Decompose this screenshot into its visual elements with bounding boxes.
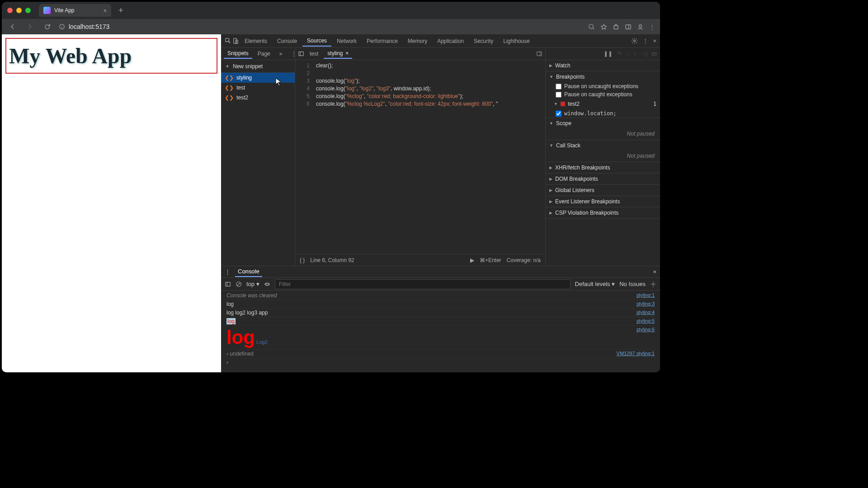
- context-selector[interactable]: top ▾: [246, 281, 259, 287]
- minimize-window-button[interactable]: [16, 8, 22, 13]
- run-shortcut: ⌘+Enter: [480, 257, 501, 263]
- step-icon[interactable]: →|: [641, 51, 647, 57]
- global-listeners-section[interactable]: ▶Global Listeners: [546, 185, 660, 196]
- code-content[interactable]: clear(); console.log("log"); console.log…: [313, 60, 545, 254]
- device-icon[interactable]: [232, 38, 239, 44]
- tab-console[interactable]: Console: [273, 36, 302, 46]
- svg-rect-11: [226, 282, 231, 286]
- run-snippet-button[interactable]: ▶: [470, 257, 474, 263]
- extensions-icon[interactable]: [613, 23, 619, 30]
- close-icon[interactable]: ×: [345, 50, 349, 56]
- dock-icon[interactable]: [536, 51, 542, 57]
- tab-application[interactable]: Application: [433, 36, 468, 46]
- pause-caught-checkbox[interactable]: [556, 92, 561, 98]
- window-controls: [7, 8, 31, 13]
- editor-statusbar: { } Line 6, Column 92 ▶ ⌘+Enter Coverage…: [295, 254, 545, 266]
- snippet-item-test2[interactable]: ❮❯test2: [221, 93, 295, 103]
- file-tab-test[interactable]: test: [306, 49, 322, 58]
- cursor-position: Line 6, Column 92: [310, 257, 354, 263]
- star-icon[interactable]: [600, 23, 607, 30]
- titlebar: Vite App × +: [2, 2, 660, 19]
- bp-marker-icon: [561, 102, 565, 106]
- console-tab[interactable]: Console: [235, 267, 262, 277]
- step-into-icon[interactable]: ↓: [626, 51, 629, 57]
- zoom-icon[interactable]: [588, 23, 595, 30]
- tab-lighthouse[interactable]: Lighthouse: [499, 36, 534, 46]
- step-over-icon[interactable]: ↷: [617, 51, 622, 57]
- inspect-icon[interactable]: [225, 38, 231, 44]
- snippet-item-styling[interactable]: ❮❯styling: [221, 73, 295, 83]
- console-settings-icon[interactable]: [650, 281, 656, 287]
- forward-button[interactable]: [24, 21, 35, 32]
- format-icon[interactable]: { }: [300, 257, 305, 263]
- debugger-sidebar: ❚❚ ↷ ↓ ↑ →| ⬭ ▶Watch ▼Breakpoints Pause …: [545, 48, 660, 266]
- tab-memory[interactable]: Memory: [403, 36, 432, 46]
- snippets-tab[interactable]: Snippets: [224, 49, 252, 59]
- page-heading: My Web App: [5, 38, 217, 74]
- breakpoints-section[interactable]: ▼Breakpoints: [546, 71, 660, 82]
- snippet-icon: ❮❯: [225, 75, 234, 81]
- coverage-label: Coverage: n/a: [507, 257, 541, 263]
- tab-elements[interactable]: Elements: [240, 36, 272, 46]
- file-tab-styling[interactable]: styling×: [324, 49, 352, 59]
- code-editor[interactable]: 123456 clear(); console.log("log"); cons…: [295, 60, 545, 254]
- step-out-icon[interactable]: ↑: [633, 51, 636, 57]
- dom-bp-section[interactable]: ▶DOM Breakpoints: [546, 174, 660, 184]
- tab-performance[interactable]: Performance: [362, 36, 402, 46]
- clear-console-icon[interactable]: [236, 281, 242, 287]
- console-output[interactable]: Console was clearedstyling:1logstyling:3…: [221, 291, 660, 372]
- pause-button[interactable]: ❚❚: [604, 51, 613, 57]
- snippet-item-test[interactable]: ❮❯test: [221, 83, 295, 93]
- live-expr-icon[interactable]: [264, 281, 270, 287]
- devtools-close-icon[interactable]: ×: [653, 38, 656, 44]
- console-filter-input[interactable]: [275, 279, 571, 289]
- svg-point-13: [266, 283, 268, 285]
- tab-security[interactable]: Security: [469, 36, 498, 46]
- profile-icon[interactable]: [637, 23, 644, 30]
- page-tab[interactable]: Page: [254, 49, 274, 58]
- xhr-bp-section[interactable]: ▶XHR/fetch Breakpoints: [546, 162, 660, 173]
- tab-sources[interactable]: Sources: [302, 36, 331, 47]
- menu-icon[interactable]: ⋮: [649, 23, 655, 30]
- browser-tab[interactable]: Vite App ×: [39, 4, 111, 17]
- address-bar[interactable]: localhost:5173: [59, 23, 109, 30]
- pause-uncaught-checkbox[interactable]: [556, 84, 561, 89]
- maximize-window-button[interactable]: [25, 8, 31, 13]
- bp-file[interactable]: ▼test21: [546, 99, 660, 109]
- close-tab-button[interactable]: ×: [103, 7, 107, 14]
- console-sidebar-icon[interactable]: [225, 281, 231, 287]
- new-tab-button[interactable]: +: [115, 4, 127, 17]
- deactivate-bp-icon[interactable]: ⬭: [652, 51, 656, 57]
- snippet-icon: ❮❯: [225, 94, 234, 101]
- callstack-section[interactable]: ▼Call Stack: [546, 140, 660, 151]
- navbar: localhost:5173 ⋮: [2, 19, 660, 34]
- svg-rect-2: [614, 25, 618, 29]
- page-viewport: My Web App: [2, 34, 221, 372]
- url-text: localhost:5173: [69, 23, 109, 30]
- csp-bp-section[interactable]: ▶CSP Violation Breakpoints: [546, 207, 660, 218]
- snippet-icon: ❮❯: [225, 84, 234, 91]
- console-levels[interactable]: Default levels ▾: [575, 281, 615, 287]
- more-tabs-icon[interactable]: »: [276, 49, 286, 58]
- panel-icon[interactable]: [625, 23, 632, 30]
- drawer-close-icon[interactable]: ×: [653, 268, 656, 275]
- back-button[interactable]: [7, 21, 18, 32]
- scope-section[interactable]: ▼Scope: [546, 118, 660, 129]
- reload-button[interactable]: [42, 21, 52, 32]
- new-snippet-button[interactable]: ＋ New snippet: [221, 60, 295, 73]
- devtools-menu-icon[interactable]: ⋮: [642, 38, 648, 44]
- event-bp-section[interactable]: ▶Event Listener Breakpoints: [546, 196, 660, 207]
- favicon-icon: [43, 7, 51, 14]
- devtools-panel: Elements Console Sources Network Perform…: [221, 34, 660, 372]
- settings-icon[interactable]: [631, 38, 638, 44]
- bp-line-checkbox[interactable]: [556, 111, 561, 117]
- sidebar-toggle-icon[interactable]: [298, 51, 304, 57]
- line-gutter: 123456: [295, 60, 313, 254]
- close-window-button[interactable]: [7, 8, 13, 13]
- devtools-tabbar: Elements Console Sources Network Perform…: [221, 34, 660, 48]
- svg-rect-9: [299, 52, 304, 56]
- watch-section[interactable]: ▶Watch: [546, 60, 660, 71]
- tab-network[interactable]: Network: [332, 36, 361, 46]
- svg-point-4: [639, 24, 642, 27]
- drawer-menu-icon[interactable]: ⋮: [225, 268, 231, 275]
